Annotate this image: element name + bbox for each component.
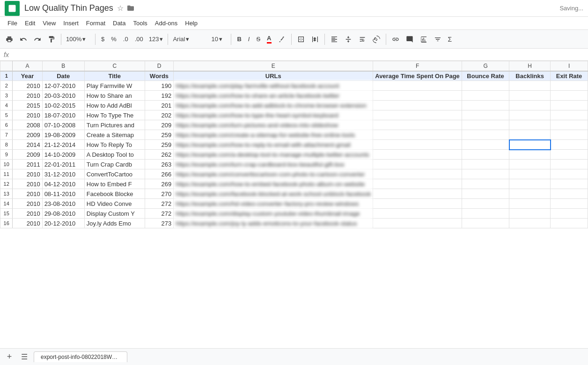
- title-cell[interactable]: How to Embed F: [84, 179, 145, 189]
- bounce-cell[interactable]: [462, 189, 509, 199]
- row-num-16[interactable]: 16: [0, 219, 13, 228]
- date-cell[interactable]: 07-10-2008: [42, 120, 84, 130]
- menu-view[interactable]: View: [39, 19, 59, 28]
- bounce-cell[interactable]: [462, 150, 509, 160]
- date-cell[interactable]: 10-02-2015: [42, 101, 84, 110]
- exit-cell[interactable]: [551, 120, 588, 130]
- avgtime-cell[interactable]: [373, 120, 462, 130]
- title-cell[interactable]: ConvertToCartoo: [84, 169, 145, 179]
- row-num-13[interactable]: 13: [0, 189, 13, 199]
- undo-button[interactable]: [17, 34, 30, 45]
- title-cell[interactable]: Create a Sitemap: [84, 130, 145, 140]
- url-cell[interactable]: https://example.com/display-custom-youtu…: [174, 209, 373, 219]
- link-button[interactable]: [389, 34, 402, 45]
- merge-button[interactable]: [309, 34, 322, 45]
- avgtime-cell[interactable]: [373, 219, 462, 228]
- row-num-15[interactable]: 15: [0, 209, 13, 219]
- row-num-3[interactable]: 3: [0, 91, 13, 101]
- url-cell[interactable]: https://example.com/a-desktop-tool-to-ma…: [174, 150, 373, 160]
- bounce-cell[interactable]: [462, 179, 509, 189]
- backlinks-cell[interactable]: [509, 189, 551, 199]
- row-num-5[interactable]: 5: [0, 110, 13, 120]
- year-cell[interactable]: 2010: [13, 219, 42, 228]
- sheet-tab-1[interactable]: export-post-info-08022018WYZ0NR: [34, 351, 127, 362]
- bounce-cell[interactable]: [462, 199, 509, 209]
- font-select[interactable]: Arial ▾: [171, 35, 208, 44]
- menu-data[interactable]: Data: [109, 19, 129, 28]
- menu-tools[interactable]: Tools: [129, 19, 151, 28]
- title-cell[interactable]: How to Share an: [84, 91, 145, 101]
- title-cell[interactable]: Turn Pictures and: [84, 120, 145, 130]
- title-cell[interactable]: How To Reply To: [84, 140, 145, 150]
- exit-cell[interactable]: [551, 130, 588, 140]
- date-cell[interactable]: 08-11-2010: [42, 189, 84, 199]
- url-cell[interactable]: https://example.com/how-to-embed-faceboo…: [174, 179, 373, 189]
- avgtime-cell[interactable]: [373, 160, 462, 169]
- header-backlinks[interactable]: Backlinks: [509, 71, 551, 81]
- url-cell[interactable]: https://example.com/turn-pictures-and-vi…: [174, 120, 373, 130]
- date-cell[interactable]: 18-07-2010: [42, 110, 84, 120]
- title-cell[interactable]: Turn Crap Cardb: [84, 160, 145, 169]
- menu-format[interactable]: Format: [82, 19, 109, 28]
- col-header-H[interactable]: H: [509, 61, 551, 71]
- bounce-cell[interactable]: [462, 130, 509, 140]
- filter-button[interactable]: [431, 34, 444, 45]
- words-cell[interactable]: 272: [145, 209, 174, 219]
- year-cell[interactable]: 2010: [13, 110, 42, 120]
- words-cell[interactable]: 190: [145, 81, 174, 91]
- url-cell[interactable]: https://example.com/facebook-blocked-at-…: [174, 189, 373, 199]
- paint-format-button[interactable]: [45, 34, 58, 45]
- year-cell[interactable]: 2008: [13, 120, 42, 130]
- header-exit-rate[interactable]: Exit Rate: [551, 71, 588, 81]
- date-cell[interactable]: 14-10-2009: [42, 150, 84, 160]
- col-header-E[interactable]: E: [174, 61, 373, 71]
- exit-cell[interactable]: [551, 219, 588, 228]
- exit-cell[interactable]: [551, 209, 588, 219]
- title-cell[interactable]: Joy.ly Adds Emo: [84, 219, 145, 228]
- exit-cell[interactable]: [551, 150, 588, 160]
- col-header-G[interactable]: G: [462, 61, 509, 71]
- date-cell[interactable]: 23-08-2010: [42, 199, 84, 209]
- date-cell[interactable]: 21-12-2014: [42, 140, 84, 150]
- backlinks-cell[interactable]: [509, 91, 551, 101]
- year-cell[interactable]: 2010: [13, 81, 42, 91]
- row-num-8[interactable]: 8: [0, 140, 13, 150]
- words-cell[interactable]: 272: [145, 199, 174, 209]
- url-cell[interactable]: https://example.com/converttocartoon-com…: [174, 169, 373, 179]
- avgtime-cell[interactable]: [373, 209, 462, 219]
- fontsize-select[interactable]: 10 ▾: [209, 35, 228, 44]
- percent-button[interactable]: %: [108, 34, 119, 44]
- title-cell[interactable]: How to Add AdBl: [84, 101, 145, 110]
- currency-button[interactable]: $: [98, 34, 107, 44]
- avgtime-cell[interactable]: [373, 101, 462, 110]
- year-cell[interactable]: 2010: [13, 209, 42, 219]
- backlinks-cell[interactable]: [509, 110, 551, 120]
- date-cell[interactable]: 12-07-2010: [42, 81, 84, 91]
- title-cell[interactable]: HD Video Conve: [84, 199, 145, 209]
- words-cell[interactable]: 202: [145, 110, 174, 120]
- backlinks-cell[interactable]: [509, 81, 551, 91]
- exit-cell[interactable]: [551, 169, 588, 179]
- avgtime-cell[interactable]: [373, 150, 462, 160]
- row-num-14[interactable]: 14: [0, 199, 13, 209]
- row-num-4[interactable]: 4: [0, 101, 13, 110]
- sheets-menu-button[interactable]: ☰: [19, 351, 30, 363]
- exit-cell[interactable]: [551, 140, 588, 150]
- bounce-cell[interactable]: [462, 91, 509, 101]
- highlight-color-button[interactable]: [275, 34, 288, 45]
- backlinks-cell[interactable]: [509, 160, 551, 169]
- bounce-cell[interactable]: [462, 110, 509, 120]
- backlinks-cell[interactable]: [509, 120, 551, 130]
- year-cell[interactable]: 2010: [13, 179, 42, 189]
- exit-cell[interactable]: [551, 160, 588, 169]
- vertical-align-button[interactable]: [342, 34, 355, 45]
- avgtime-cell[interactable]: [373, 81, 462, 91]
- words-cell[interactable]: 269: [145, 179, 174, 189]
- col-header-D[interactable]: D: [145, 61, 174, 71]
- formula-input[interactable]: [14, 51, 584, 58]
- avgtime-cell[interactable]: [373, 140, 462, 150]
- decimal00-button[interactable]: .00: [132, 34, 146, 44]
- borders-button[interactable]: [294, 34, 308, 45]
- star-icon[interactable]: ☆: [117, 4, 124, 13]
- year-cell[interactable]: 2014: [13, 140, 42, 150]
